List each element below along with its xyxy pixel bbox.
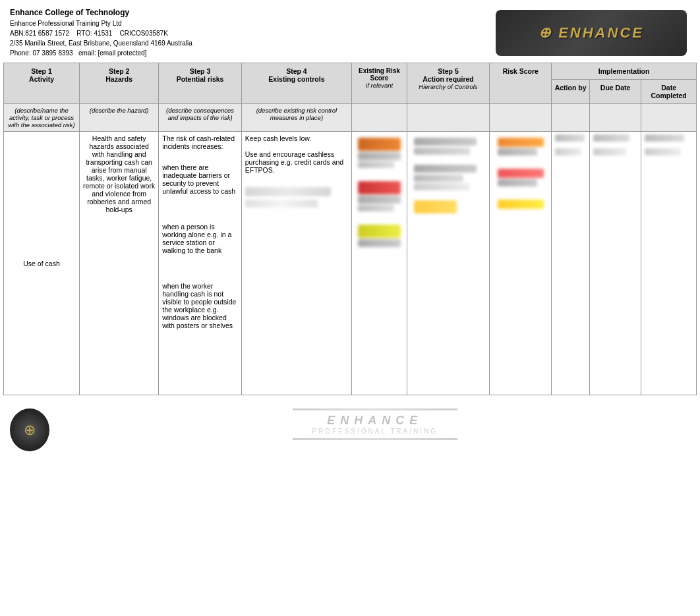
risk-table: Step 1 Activity Step 2 Hazards Step 3 Po… [3, 63, 697, 395]
company-name: Enhance College of Technology [10, 7, 192, 18]
impl-bar-3 [498, 200, 544, 209]
company-abn: ABN:821 6587 1572 RTO: 41531 CRICOS03587… [10, 28, 192, 38]
th-step1-desc: (describe/name the activity, task or pro… [4, 104, 80, 132]
company-address: 2/35 Manilla Street, East Brisbane, Quee… [10, 38, 192, 48]
risk-bar-2 [358, 181, 401, 211]
th-duedate-desc [589, 104, 641, 132]
th-existing-risk-desc [352, 104, 407, 132]
controls-cell: Keep cash levels low. Use and encourage … [241, 132, 351, 395]
risk-bar-3 [358, 225, 401, 247]
risks-cell: The risk of cash-related incidents incre… [159, 132, 241, 395]
header-row-1: Step 1 Activity Step 2 Hazards Step 3 Po… [4, 63, 697, 80]
company-info: Enhance College of Technology Enhance Pr… [10, 7, 192, 58]
logo-box: ⊕ ENHANCE [496, 10, 687, 56]
footer-area: ⊕ ENHANCE PROFESSIONAL TRAINING [0, 395, 700, 458]
th-risk-score: Risk Score [490, 63, 552, 104]
th-step5-desc [407, 104, 489, 132]
th-step4: Step 4 Existing controls [241, 63, 351, 104]
step5-item-3 [414, 200, 482, 213]
company-subtitle: Enhance Professional Training Pty Ltd [10, 18, 192, 28]
th-action-by: Action by [552, 80, 590, 104]
th-step3: Step 3 Potential risks [159, 63, 241, 104]
th-step2: Step 2 Hazards [80, 63, 159, 104]
action-by-cell [552, 132, 590, 395]
th-datecompleted-desc [641, 104, 697, 132]
due-date-cell [589, 132, 641, 395]
th-step3-desc: (describe consequences and impacts of th… [159, 104, 241, 132]
impl-bar-1 [498, 138, 544, 155]
logo-text: ⊕ ENHANCE [539, 24, 644, 42]
sub-header-row: (describe/name the activity, task or pro… [4, 104, 697, 132]
th-step5: Step 5 Action required Hierarchy of Cont… [407, 63, 489, 104]
th-riskscore-desc [490, 104, 552, 132]
th-due-date: Due Date [589, 80, 641, 104]
bottom-logo-area: ENHANCE PROFESSIONAL TRAINING [49, 402, 700, 447]
existing-risk-score-cell [352, 132, 407, 395]
th-step2-desc: (describe the hazard) [80, 104, 159, 132]
main-table-container: Step 1 Activity Step 2 Hazards Step 3 Po… [0, 63, 700, 395]
logo-area: ⊕ ENHANCE [492, 7, 690, 59]
circle-icon: ⊕ [10, 408, 49, 451]
th-existing-risk: Existing Risk Score If relevant [352, 63, 407, 104]
activity-cell: Use of cash [4, 132, 80, 395]
th-actionby-desc [552, 104, 590, 132]
risk-score-cell [490, 132, 552, 395]
step5-item-2 [414, 165, 482, 190]
company-contact: Phone: 07 3895 8393 email: [email protec… [10, 48, 192, 58]
th-implementation: Implementation [552, 63, 697, 80]
impl-bar-2 [498, 169, 544, 186]
th-step4-desc: (describe existing risk control measures… [241, 104, 351, 132]
header: Enhance College of Technology Enhance Pr… [0, 0, 700, 63]
hazard-cell: Health and safety hazards associated wit… [80, 132, 159, 395]
table-row: Use of cash Health and safety hazards as… [4, 132, 697, 395]
date-completed-cell [641, 132, 697, 395]
risk-bar-1 [358, 138, 401, 168]
th-step1: Step 1 Activity [4, 63, 80, 104]
step5-cell [407, 132, 489, 395]
th-date-completed: Date Completed [641, 80, 697, 104]
step5-item-1 [414, 138, 482, 155]
